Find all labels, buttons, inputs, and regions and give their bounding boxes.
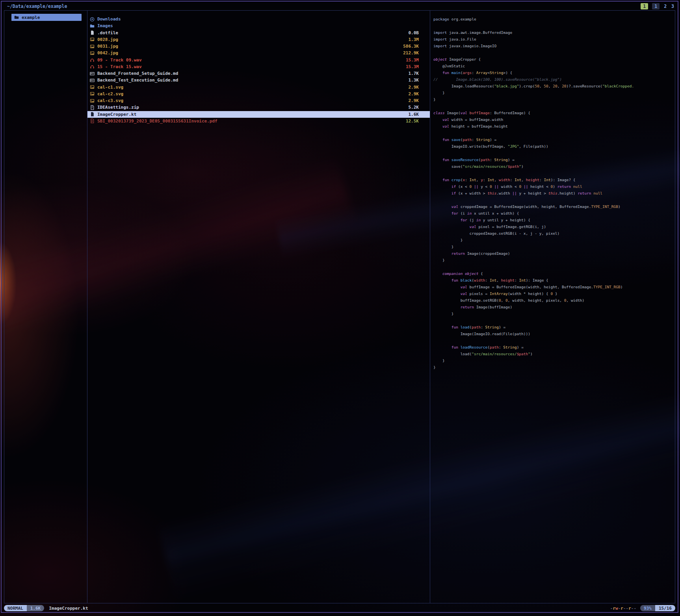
file-row[interactable]: 15 - Track 15.wav15.3M xyxy=(87,63,430,70)
code-line: val pixels = IntArray(width * height) { … xyxy=(433,290,675,297)
mode-indicator: NORMAL xyxy=(4,605,27,611)
code-line: val height = buffImage.height xyxy=(433,123,675,130)
header-bar: ~/Data/example/example 1123 xyxy=(2,2,678,10)
code-line xyxy=(433,317,675,324)
file-name: 0042.jpg xyxy=(97,50,118,56)
file-name: 09 - Track 09.wav xyxy=(97,58,142,63)
pane-container: example DownloadsImages.dotfile0.0B0028.… xyxy=(4,10,675,603)
file-name: cal-c1.svg xyxy=(97,85,123,90)
markdown-icon xyxy=(90,78,95,83)
tab-1[interactable]: 1 xyxy=(641,3,648,9)
file-row[interactable]: cal-c3.svg2.9K xyxy=(87,97,430,104)
mode-pill: NORMAL 1.6K xyxy=(4,605,44,611)
file-name: 0028.jpg xyxy=(97,37,118,42)
file-row[interactable]: cal-c2.svg2.9K xyxy=(87,91,430,97)
audio-icon xyxy=(90,64,95,69)
file-size: 15.3M xyxy=(406,58,419,63)
code-line: buffImage.setRGB(0, 0, width, height, pi… xyxy=(433,297,675,304)
code-line: fun load(path: String) = xyxy=(433,324,675,330)
download-icon xyxy=(90,17,95,22)
file-name: cal-c2.svg xyxy=(97,91,123,96)
code-line: Image(ImageIO.read(File(path))) xyxy=(433,330,675,337)
file-name: SBI_0032013739_2023_DE05_0003155631Invoi… xyxy=(97,119,217,124)
file-size: 2.9K xyxy=(409,85,419,90)
code-line: load("src/main/resources/$path") xyxy=(433,351,675,357)
file-row[interactable]: 09 - Track 09.wav15.3M xyxy=(87,57,430,63)
image-icon xyxy=(90,44,95,49)
file-size: 1.3M xyxy=(409,37,419,42)
code-line: } xyxy=(433,310,675,317)
code-line: } xyxy=(433,89,675,96)
file-icon xyxy=(90,30,95,35)
code-line: fun crop(x: Int, y: Int, width: Int, hei… xyxy=(433,176,675,183)
code-line xyxy=(433,337,675,344)
folder-icon xyxy=(14,15,19,20)
parent-directory-pane: example xyxy=(4,11,87,603)
code-line: class Image(val buffImage: BufferedImage… xyxy=(433,109,675,116)
file-size: 5.2K xyxy=(409,105,419,110)
code-line: } xyxy=(433,243,675,250)
file-row[interactable]: Backend_Test_Execution_Guide.md1.3K xyxy=(87,77,430,83)
file-row[interactable]: 0028.jpg1.3M xyxy=(87,36,430,43)
code-line xyxy=(433,103,675,109)
code-line: @JvmStatic xyxy=(433,63,675,69)
tab-3[interactable]: 2 xyxy=(663,3,667,9)
file-name: Images xyxy=(97,23,113,28)
position-pill: 93% 15/16 xyxy=(640,605,675,611)
tab-bar: 1123 xyxy=(641,3,674,9)
pdf-icon xyxy=(90,119,95,123)
breadcrumb-path: ~/Data/example/example xyxy=(7,4,67,9)
code-line: } xyxy=(433,237,675,243)
code-line: if (x + width > this.width || y + height… xyxy=(433,190,675,197)
code-line: fun main(args: Array<String>) { xyxy=(433,69,675,76)
file-row[interactable]: ImageCropper.kt1.6K xyxy=(87,111,430,118)
file-row[interactable]: Backend_Frontend_Setup_Guide.md1.7K xyxy=(87,70,430,77)
file-row[interactable]: .dotfile0.0B xyxy=(87,30,430,36)
code-line: import java.awt.image.BufferedImage xyxy=(433,29,675,36)
code-line: } xyxy=(433,257,675,263)
file-row[interactable]: 0031.jpg586.3K xyxy=(87,43,430,50)
audio-icon xyxy=(90,58,95,62)
file-icon xyxy=(90,112,95,117)
zip-icon xyxy=(90,105,95,110)
file-row[interactable]: SBI_0032013739_2023_DE05_0003155631Invoi… xyxy=(87,118,430,124)
code-line: val buffImage = BufferedImage(width, hei… xyxy=(433,284,675,290)
tab-4[interactable]: 3 xyxy=(671,3,674,9)
file-row[interactable]: cal-c1.svg2.9K xyxy=(87,84,430,91)
code-line: return Image(croppedImage) xyxy=(433,250,675,257)
code-line xyxy=(433,130,675,136)
markdown-icon xyxy=(90,71,95,76)
file-name: 15 - Track 15.wav xyxy=(97,64,142,69)
code-line xyxy=(433,49,675,56)
status-right-group: -rw-r--r-- 93% 15/16 xyxy=(610,605,675,611)
code-line: croppedImage.setRGB(i - x, j - y, pixel) xyxy=(433,230,675,237)
file-size: 212.9K xyxy=(403,50,419,56)
tab-2[interactable]: 1 xyxy=(652,3,660,9)
file-row[interactable]: 0042.jpg212.9K xyxy=(87,50,430,56)
code-line: } xyxy=(433,364,675,371)
file-size: 2.9K xyxy=(409,91,419,96)
file-row[interactable]: Images xyxy=(87,22,430,29)
code-line xyxy=(433,150,675,156)
code-line: fun loadResource(path: String) = xyxy=(433,344,675,351)
file-size: 1.3K xyxy=(409,78,419,83)
code-line: for (j in y until y + height) { xyxy=(433,217,675,223)
code-line: fun saveResource(path: String) = xyxy=(433,156,675,163)
file-size: 2.9K xyxy=(409,98,419,103)
code-line: package org.example xyxy=(433,16,675,22)
code-line: for (i in x until x + width) { xyxy=(433,210,675,217)
code-line xyxy=(433,263,675,270)
file-name: Backend_Frontend_Setup_Guide.md xyxy=(97,71,178,76)
file-row[interactable]: Downloads xyxy=(87,16,430,22)
code-line: fun save(path: String) = xyxy=(433,136,675,143)
status-filename: ImageCropper.kt xyxy=(49,606,88,611)
file-name: IDEAsettings.zip xyxy=(97,105,139,110)
file-size-indicator: 1.6K xyxy=(27,605,45,611)
image-icon xyxy=(90,91,95,96)
image-icon xyxy=(90,98,95,103)
image-icon xyxy=(90,51,95,56)
file-row[interactable]: IDEAsettings.zip5.2K xyxy=(87,104,430,111)
file-name: cal-c3.svg xyxy=(97,98,123,103)
file-size: 1.6K xyxy=(409,112,419,117)
parent-dir-item[interactable]: example xyxy=(11,14,82,21)
